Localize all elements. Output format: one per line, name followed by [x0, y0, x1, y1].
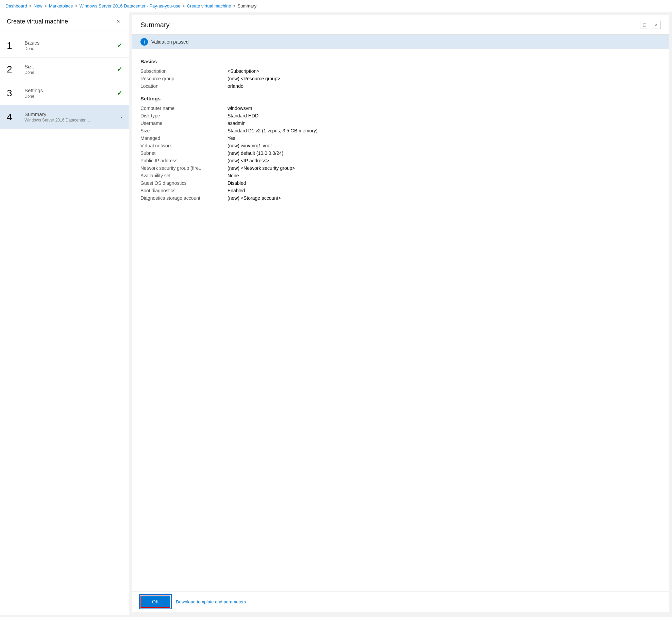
breadcrumb: Dashboard > New > Marketplace > Windows …	[0, 0, 672, 12]
main-container: Create virtual machine × 1 Basics Done ✓…	[0, 12, 672, 615]
settings-value-publicip: (new) <IP address>	[228, 158, 661, 163]
breadcrumb-marketplace[interactable]: Marketplace	[49, 3, 73, 9]
settings-key-managed: Managed	[140, 135, 222, 141]
breadcrumb-new[interactable]: New	[34, 3, 43, 9]
validation-message: Validation passed	[151, 39, 188, 45]
settings-key-computername: Computer name	[140, 105, 222, 111]
settings-value-username: asadmin	[228, 120, 661, 126]
settings-key-nsg: Network security group (fire...	[140, 165, 222, 171]
summary-content: Basics Subscription <Subscription> Resou…	[132, 49, 669, 591]
step-info-1: Basics Done	[24, 40, 117, 51]
step-number-1: 1	[7, 41, 20, 50]
step-label-settings: Settings	[24, 87, 117, 93]
settings-key-disktype: Disk type	[140, 113, 222, 118]
breadcrumb-dashboard[interactable]: Dashboard	[5, 3, 27, 9]
settings-value-computername: windowsvm	[228, 105, 661, 111]
chevron-right-icon: ›	[120, 114, 122, 120]
breadcrumb-current: Summary	[238, 3, 257, 9]
settings-value-subnet: (new) default (10.0.0.0/24)	[228, 150, 661, 156]
settings-value-availabilityset: None	[228, 173, 661, 178]
settings-key-size: Size	[140, 128, 222, 133]
step-item-summary[interactable]: 4 Summary Windows Server 2016 Datacenter…	[0, 105, 129, 129]
settings-key-publicip: Public IP address	[140, 158, 222, 163]
basics-key-resourcegroup: Resource group	[140, 76, 222, 81]
settings-value-bootdiag: Enabled	[228, 188, 661, 193]
settings-key-diagstorage: Diagnostics storage account	[140, 195, 222, 201]
settings-key-vnet: Virtual network	[140, 143, 222, 148]
settings-value-nsg: (new) <Network security group>	[228, 165, 661, 171]
settings-value-size: Standard D1 v2 (1 vcpus, 3.5 GB memory)	[228, 128, 661, 133]
settings-value-guestosdiag: Disabled	[228, 180, 661, 186]
settings-value-disktype: Standard HDD	[228, 113, 661, 118]
sep-5: >	[233, 4, 236, 9]
maximize-button[interactable]: □	[640, 21, 649, 29]
step-number-2: 2	[7, 65, 20, 74]
step-sublabel-summary: Windows Server 2016 Datacenter ...	[24, 118, 120, 123]
right-panel-title: Summary	[140, 21, 170, 29]
left-panel-header: Create virtual machine ×	[0, 12, 129, 31]
basics-key-location: Location	[140, 83, 222, 89]
settings-key-guestosdiag: Guest OS diagnostics	[140, 180, 222, 186]
settings-key-username: Username	[140, 120, 222, 126]
right-panel-header: Summary □ ×	[132, 15, 669, 35]
settings-details-grid: Computer name windowsvm Disk type Standa…	[140, 105, 661, 201]
settings-value-vnet: (new) winvmrg1-vnet	[228, 143, 661, 148]
basics-value-resourcegroup: (new) <Resource group>	[228, 76, 661, 81]
validation-banner: i Validation passed	[132, 35, 669, 49]
settings-key-bootdiag: Boot diagnostics	[140, 188, 222, 193]
left-panel-title: Create virtual machine	[7, 18, 68, 25]
step-label-summary: Summary	[24, 111, 120, 117]
basics-key-subscription: Subscription	[140, 68, 222, 74]
step-label-basics: Basics	[24, 40, 117, 46]
info-icon: i	[140, 38, 148, 46]
basics-value-subscription: <Subscription>	[228, 68, 661, 74]
sep-3: >	[75, 4, 77, 9]
ok-button[interactable]: OK	[140, 596, 170, 608]
settings-key-subnet: Subnet	[140, 150, 222, 156]
step-sublabel-size: Done	[24, 70, 117, 75]
step-number-3: 3	[7, 88, 20, 98]
download-template-link[interactable]: Download template and parameters	[176, 599, 246, 604]
basics-details-grid: Subscription <Subscription> Resource gro…	[140, 68, 661, 89]
breadcrumb-create-vm[interactable]: Create virtual machine	[187, 3, 231, 9]
right-panel-actions: □ ×	[640, 21, 661, 29]
step-info-4: Summary Windows Server 2016 Datacenter .…	[24, 111, 120, 123]
step-number-4: 4	[7, 112, 20, 122]
settings-value-diagstorage: (new) <Storage account>	[228, 195, 661, 201]
sep-2: >	[45, 4, 47, 9]
step-item-settings[interactable]: 3 Settings Done ✓	[0, 81, 129, 105]
steps-container: 1 Basics Done ✓ 2 Size Done ✓ 3	[0, 31, 129, 615]
step-info-3: Settings Done	[24, 87, 117, 99]
sep-1: >	[29, 4, 32, 9]
settings-value-managed: Yes	[228, 135, 661, 141]
step-info-2: Size Done	[24, 64, 117, 75]
settings-key-availabilityset: Availability set	[140, 173, 222, 178]
step-check-2: ✓	[117, 66, 122, 73]
settings-section-title: Settings	[140, 96, 661, 101]
step-item-size[interactable]: 2 Size Done ✓	[0, 58, 129, 81]
step-check-3: ✓	[117, 90, 122, 97]
breadcrumb-product[interactable]: Windows Server 2016 Datacenter - Pay-as-…	[79, 3, 180, 9]
sep-4: >	[182, 4, 185, 9]
left-panel-close-button[interactable]: ×	[114, 18, 122, 25]
step-label-size: Size	[24, 64, 117, 69]
step-item-basics[interactable]: 1 Basics Done ✓	[0, 34, 129, 58]
bottom-bar: OK Download template and parameters	[132, 591, 669, 612]
step-sublabel-settings: Done	[24, 94, 117, 99]
step-sublabel-basics: Done	[24, 46, 117, 51]
basics-value-location: orlando	[228, 83, 661, 89]
left-panel: Create virtual machine × 1 Basics Done ✓…	[0, 12, 129, 615]
step-check-1: ✓	[117, 42, 122, 49]
right-panel-close-button[interactable]: ×	[652, 21, 661, 29]
basics-section-title: Basics	[140, 59, 661, 64]
right-panel: Summary □ × i Validation passed Basics S…	[132, 15, 669, 612]
